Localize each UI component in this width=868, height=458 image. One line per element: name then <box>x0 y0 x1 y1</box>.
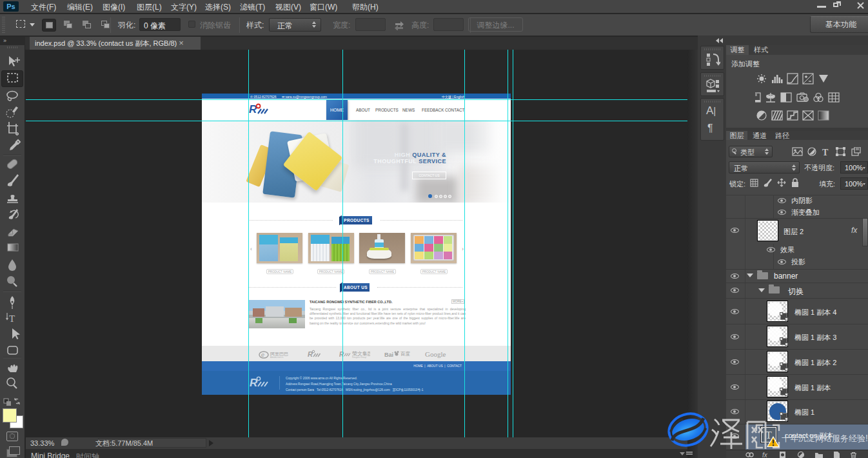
svg-text:R: R <box>339 351 344 358</box>
svg-text:Alibaba.com.cn: Alibaba.com.cn <box>270 356 284 359</box>
svg-text:T: T <box>822 148 829 157</box>
svg-text:百度: 百度 <box>400 351 411 357</box>
svg-text:Bai: Bai <box>384 352 393 358</box>
svg-text:Rongwei Group: Rongwei Group <box>352 356 366 359</box>
svg-text:e: e <box>261 352 264 358</box>
svg-text:Google: Google <box>425 350 446 358</box>
svg-text:T: T <box>9 314 15 324</box>
